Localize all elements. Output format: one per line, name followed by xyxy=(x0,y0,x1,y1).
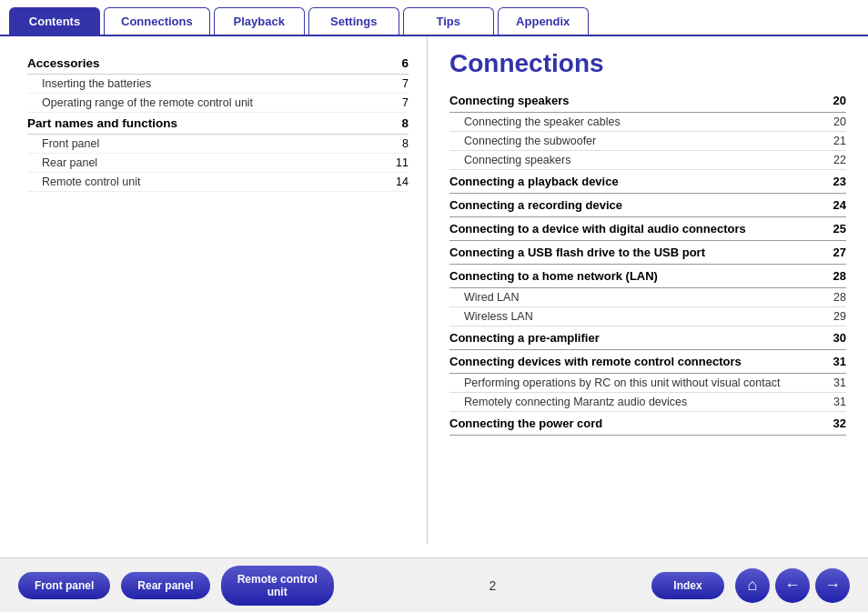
conn-rc-header[interactable]: Connecting devices with remote control c… xyxy=(449,350,846,374)
toc-inserting-batteries-page: 7 xyxy=(402,77,409,90)
toc-remote-control-page: 14 xyxy=(396,176,409,188)
conn-recording-label: Connecting a recording device xyxy=(449,198,622,212)
conn-preamp-label: Connecting a pre-amplifier xyxy=(449,331,600,345)
conn-usb-page: 27 xyxy=(833,246,846,259)
toc-inserting-batteries[interactable]: Inserting the batteries 7 xyxy=(27,75,409,94)
tab-appendix-label: Appendix xyxy=(516,15,570,28)
toc-partnames-header[interactable]: Part names and functions 8 xyxy=(27,113,409,135)
conn-subwoofer-label: Connecting the subwoofer xyxy=(464,135,596,147)
conn-digital-label: Connecting to a device with digital audi… xyxy=(449,222,746,236)
home-icon: ⌂ xyxy=(748,576,758,595)
tab-tips[interactable]: Tips xyxy=(403,7,494,35)
tab-contents[interactable]: Contents xyxy=(9,7,100,35)
back-icon: ← xyxy=(784,576,801,595)
toc-accessories-label: Accessories xyxy=(27,56,100,70)
back-button[interactable]: ← xyxy=(775,568,810,603)
conn-subwoofer-page: 21 xyxy=(833,135,846,147)
conn-speaker-cables[interactable]: Connecting the speaker cables 20 xyxy=(449,113,846,132)
tab-settings[interactable]: Settings xyxy=(308,7,399,35)
navigation-icons: ⌂ ← → xyxy=(735,568,850,603)
conn-wireless-lan[interactable]: Wireless LAN 29 xyxy=(449,307,846,326)
home-button[interactable]: ⌂ xyxy=(735,568,770,603)
tab-contents-label: Contents xyxy=(29,15,80,28)
toc-operating-range-label: Operating range of the remote control un… xyxy=(42,96,253,109)
tab-connections[interactable]: Connections xyxy=(104,7,210,35)
conn-subwoofer[interactable]: Connecting the subwoofer 21 xyxy=(449,132,846,151)
front-panel-button[interactable]: Front panel xyxy=(18,572,110,599)
right-panel: Connections Connecting speakers 20 Conne… xyxy=(428,36,868,544)
tab-playback[interactable]: Playback xyxy=(214,7,305,35)
conn-wired-lan-page: 28 xyxy=(833,291,846,304)
toc-operating-range-page: 7 xyxy=(402,96,409,109)
conn-digital-page: 25 xyxy=(833,222,846,236)
conn-rc-page: 31 xyxy=(833,355,846,368)
conn-speakers-label: Connecting speakers xyxy=(449,94,570,107)
conn-speaker-cables-label: Connecting the speaker cables xyxy=(464,115,621,128)
conn-power-label: Connecting the power cord xyxy=(449,416,602,430)
conn-speakers-item-label: Connecting speakers xyxy=(464,154,570,166)
conn-rc-marantz-label: Remotely connecting Marantz audio device… xyxy=(464,396,687,408)
conn-playback-page: 23 xyxy=(833,175,846,188)
rear-panel-button[interactable]: Rear panel xyxy=(121,572,209,599)
conn-usb-label: Connecting a USB flash drive to the USB … xyxy=(449,246,705,259)
conn-rc-marantz-page: 31 xyxy=(833,396,846,408)
left-panel: Accessories 6 Inserting the batteries 7 … xyxy=(0,36,428,544)
conn-power-header[interactable]: Connecting the power cord 32 xyxy=(449,412,846,436)
remote-control-button[interactable]: Remote control unit xyxy=(221,566,334,606)
toc-remote-control[interactable]: Remote control unit 14 xyxy=(27,173,409,192)
conn-rc-operations-label: Performing operations by RC on this unit… xyxy=(464,376,780,389)
conn-speaker-cables-page: 20 xyxy=(833,115,846,128)
conn-wireless-lan-label: Wireless LAN xyxy=(464,310,533,323)
toc-front-panel[interactable]: Front panel 8 xyxy=(27,135,409,154)
toc-front-panel-page: 8 xyxy=(402,137,409,150)
page-number: 2 xyxy=(345,578,641,593)
toc-front-panel-label: Front panel xyxy=(42,137,99,150)
conn-rc-marantz[interactable]: Remotely connecting Marantz audio device… xyxy=(449,393,846,412)
conn-playback-label: Connecting a playback device xyxy=(449,175,619,188)
conn-power-page: 32 xyxy=(833,416,846,430)
toc-operating-range[interactable]: Operating range of the remote control un… xyxy=(27,94,409,113)
tab-playback-label: Playback xyxy=(234,15,285,28)
conn-speakers-item-page: 22 xyxy=(833,154,846,166)
conn-lan-page: 28 xyxy=(833,269,846,283)
conn-preamp-header[interactable]: Connecting a pre-amplifier 30 xyxy=(449,326,846,350)
conn-lan-header[interactable]: Connecting to a home network (LAN) 28 xyxy=(449,265,846,288)
conn-recording-header[interactable]: Connecting a recording device 24 xyxy=(449,194,846,217)
conn-recording-page: 24 xyxy=(833,198,846,212)
conn-speakers-page: 20 xyxy=(833,94,846,107)
tab-settings-label: Settings xyxy=(330,15,377,28)
toc-remote-control-label: Remote control unit xyxy=(42,176,140,188)
toc-partnames-page: 8 xyxy=(401,116,409,130)
conn-lan-label: Connecting to a home network (LAN) xyxy=(449,269,658,283)
toc-rear-panel-page: 11 xyxy=(396,156,409,169)
tab-bar: Contents Connections Playback Settings T… xyxy=(0,0,868,36)
conn-rc-label: Connecting devices with remote control c… xyxy=(449,355,742,368)
forward-button[interactable]: → xyxy=(815,568,850,603)
conn-playback-header[interactable]: Connecting a playback device 23 xyxy=(449,170,846,194)
tab-tips-label: Tips xyxy=(436,15,460,28)
toc-rear-panel-label: Rear panel xyxy=(42,156,97,169)
conn-speakers-item[interactable]: Connecting speakers 22 xyxy=(449,151,846,170)
conn-wireless-lan-page: 29 xyxy=(833,310,846,323)
tab-connections-label: Connections xyxy=(121,15,193,28)
conn-speakers-header[interactable]: Connecting speakers 20 xyxy=(449,89,846,113)
toc-accessories-header[interactable]: Accessories 6 xyxy=(27,53,409,75)
tab-appendix[interactable]: Appendix xyxy=(498,7,589,35)
conn-wired-lan[interactable]: Wired LAN 28 xyxy=(449,288,846,307)
conn-preamp-page: 30 xyxy=(833,331,846,345)
connections-title: Connections xyxy=(449,49,846,78)
conn-rc-operations-page: 31 xyxy=(833,376,846,389)
conn-usb-header[interactable]: Connecting a USB flash drive to the USB … xyxy=(449,241,846,265)
index-button[interactable]: Index xyxy=(651,572,724,599)
toc-accessories-page: 6 xyxy=(401,56,409,70)
toc-rear-panel[interactable]: Rear panel 11 xyxy=(27,154,409,173)
conn-digital-header[interactable]: Connecting to a device with digital audi… xyxy=(449,217,846,241)
toc-partnames-label: Part names and functions xyxy=(27,116,177,130)
toc-inserting-batteries-label: Inserting the batteries xyxy=(42,77,151,90)
forward-icon: → xyxy=(824,576,841,595)
bottom-bar: Front panel Rear panel Remote control un… xyxy=(0,557,868,612)
conn-wired-lan-label: Wired LAN xyxy=(464,291,519,304)
conn-rc-operations[interactable]: Performing operations by RC on this unit… xyxy=(449,374,846,393)
main-content: Accessories 6 Inserting the batteries 7 … xyxy=(0,36,868,544)
